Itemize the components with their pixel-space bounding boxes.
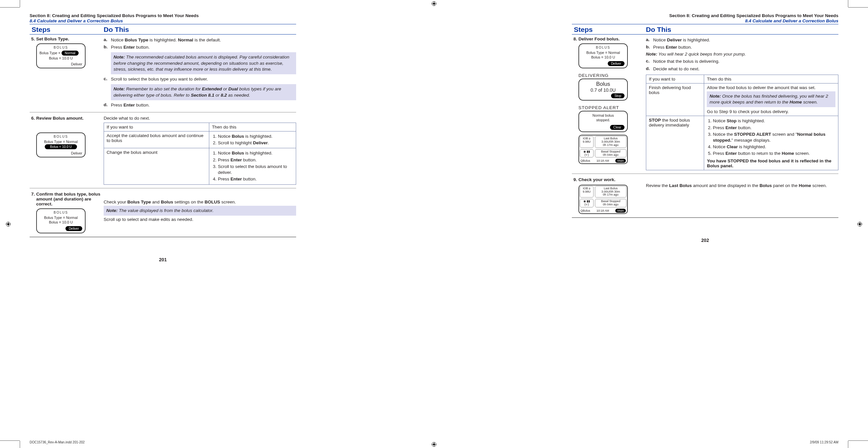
- step-5-title: Set Bolus Type.: [36, 36, 69, 41]
- step-6-title: Review Bolus amount.: [36, 116, 84, 120]
- crop-cut-mark: [848, 7, 868, 7]
- screen-title: BOLUS: [37, 46, 85, 49]
- screen-title: BOLUS: [37, 211, 85, 214]
- column-header-steps: Steps: [572, 26, 646, 34]
- decision-table: If you want toThen do this Finish delive…: [646, 75, 838, 170]
- table-cell: Finish delivering food bolus: [646, 83, 704, 116]
- home-footer-left: QBolus: [581, 159, 590, 162]
- substep-label: b.: [104, 44, 111, 50]
- step-5-row: 5.Set Bolus Type. BOLUS Bolus Type = Nor…: [30, 35, 296, 110]
- header-rule: [30, 34, 296, 35]
- section-subtitle: 8.4 Calculate and Deliver a Correction B…: [30, 19, 296, 23]
- step-7-row: 7.Confirm that bolus type, bolus amount …: [30, 190, 296, 235]
- column-header-do-this: Do This: [104, 26, 296, 34]
- crop-cut-mark: [20, 441, 20, 448]
- home-iob-label: IOB ≥: [583, 137, 591, 140]
- home-basal-title: Basal Stopped: [601, 150, 621, 153]
- screen-line: 0.7 of 10.0U: [579, 88, 627, 93]
- step-5-number: 5.: [31, 36, 36, 41]
- step-separator: [30, 237, 296, 237]
- step-7-title: Confirm that bolus type, bolus amount (a…: [36, 192, 100, 206]
- table-cell: STOP the food bolus delivery immediately: [646, 116, 704, 170]
- note-box: Note: Once the bolus has finished delive…: [707, 91, 835, 107]
- home-iob-value: 9.98U: [583, 190, 591, 193]
- device-screen-delivering: Bolus 0.7 of 10.0U Stop: [579, 78, 628, 101]
- substep-text: Notice Bolus Type is highlighted. Normal…: [111, 37, 296, 43]
- screen-line: stopped.: [579, 118, 627, 122]
- body-text: Scroll up to select and make edits as ne…: [104, 217, 296, 222]
- substep-label: a.: [646, 37, 653, 43]
- table-footer-bold: You have STOPPED the food bolus and it i…: [707, 159, 835, 168]
- header-rule: [30, 24, 296, 24]
- home-basal-line: 0h 04m ago: [603, 153, 619, 157]
- body-text: Check your Bolus Type and Bolus settings…: [104, 200, 296, 204]
- battery-icon: ◉ ▮▮: [583, 150, 590, 153]
- table-cell: Accept the calculated bolus amount and c…: [104, 131, 209, 148]
- screen-line: Normal bolus: [579, 113, 627, 118]
- screen-highlight-pill: Normal: [62, 50, 79, 56]
- section-title: Section 8: Creating and Editing Speciali…: [572, 13, 838, 18]
- note-box: Note: The value displayed is from the bo…: [104, 206, 296, 216]
- step-9-row: 9.Check your work. IOB ≥9.98U Last Bolus…: [572, 176, 838, 215]
- screen-softkey: Deliver: [37, 150, 85, 155]
- home-last-bolus-line: 3.00U/0h 30m: [601, 190, 620, 193]
- step-separator: [30, 112, 296, 112]
- screen-label-delivering: DELIVERING: [579, 73, 643, 78]
- home-basal-title: Basal Stopped: [601, 200, 621, 203]
- screen-line: Bolus Type = Normal: [39, 215, 82, 220]
- registration-mark-right: [858, 222, 862, 227]
- step-separator: [30, 188, 296, 188]
- home-footer-time: 10:18 AM: [596, 209, 609, 212]
- screen-line: Bolus Type =: [39, 51, 62, 55]
- home-footer-pill: Main: [615, 209, 626, 213]
- step-8-row: 8.Deliver Food bolus. BOLUS Bolus Type =…: [572, 35, 838, 172]
- substep-label: d.: [104, 102, 111, 108]
- step-7-number: 7.: [31, 192, 36, 197]
- registration-mark-left: [6, 222, 10, 227]
- column-header-steps: Steps: [30, 26, 104, 34]
- home-basal-line: 0h 04m ago: [603, 203, 619, 206]
- crop-cut-mark: [848, 0, 848, 7]
- screen-softkey-pill: Deliver: [65, 226, 82, 231]
- substep-text: Press Enter button.: [653, 44, 838, 50]
- slug-line-left: DOC15736_Rev-A-Man.indd 201-202: [30, 441, 85, 444]
- column-header-do-this: Do This: [646, 26, 838, 34]
- screen-line: Bolus Type = Normal: [39, 139, 82, 144]
- step-6-row: 6.Review Bolus amount. BOLUS Bolus Type …: [30, 114, 296, 186]
- table-header: Then do this: [704, 75, 838, 83]
- substep-label: c.: [104, 76, 111, 82]
- body-text: Review the Last Bolus amount and time di…: [646, 183, 838, 188]
- substep-text: Press Enter button.: [111, 102, 296, 108]
- registration-mark-top: [432, 1, 436, 6]
- crop-cut-mark: [0, 441, 20, 441]
- step-9-title: Check your work.: [579, 177, 616, 182]
- step-6-number: 6.: [31, 116, 36, 120]
- device-screen-stopped: Normal bolus stopped. Clear: [579, 111, 628, 132]
- screen-line: Bolus: [579, 81, 627, 88]
- screen-label-stopped-alert: STOPPED ALERT: [579, 105, 643, 110]
- screen-line: Bolus = 10.0 U: [39, 220, 82, 225]
- step-8-number: 8.: [573, 36, 579, 41]
- crop-cut-mark: [848, 441, 848, 448]
- table-header: If you want to: [646, 75, 704, 83]
- screen-softkey-pill: Clear: [610, 125, 624, 130]
- crop-cut-mark: [20, 0, 20, 7]
- home-footer-pill: Main: [615, 159, 626, 163]
- screen-line: Bolus = 10.0 U: [582, 55, 624, 60]
- substep-text: Decide what to do next.: [653, 66, 838, 72]
- substep-label: a.: [104, 37, 111, 43]
- screen-highlight-pill: Bolus = 10.0 U: [45, 144, 77, 149]
- table-header: Then do this: [209, 123, 296, 131]
- step-9-number: 9.: [573, 177, 579, 182]
- screen-softkey-pill: Stop: [611, 93, 624, 98]
- home-last-bolus-line: 0h 17m ago: [603, 143, 619, 147]
- step-intro: Decide what to do next.: [104, 116, 296, 120]
- substep-label: b.: [646, 44, 653, 50]
- home-iob-label: IOB ≥: [583, 187, 591, 190]
- device-screen-bolus-select-type: BOLUS Bolus Type = Normal Bolus = 10.0 U…: [36, 43, 86, 68]
- header-rule: [572, 24, 838, 24]
- home-last-bolus-title: Last Bolus: [604, 137, 618, 140]
- substep-label: c.: [646, 59, 653, 64]
- page-number: 202: [572, 238, 838, 243]
- note-box: Note: Remember to also set the duration …: [111, 84, 296, 100]
